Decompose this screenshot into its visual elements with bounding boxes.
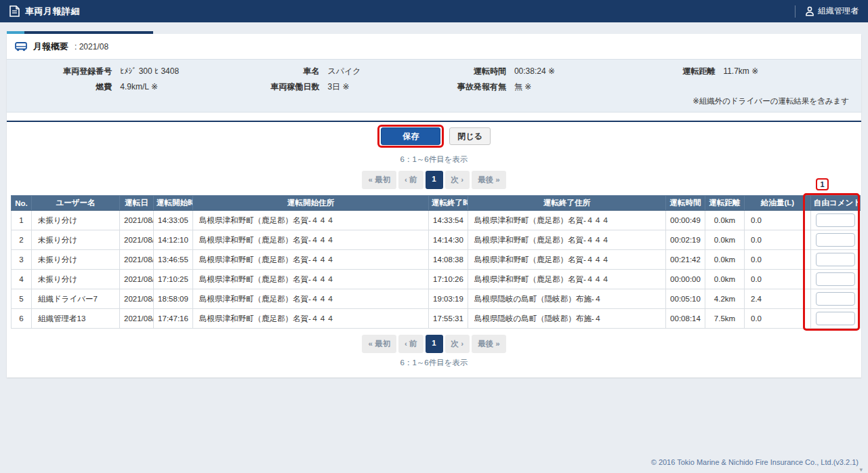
cell-start-address: 島根県津和野町（鹿足郡）名賀-４４４ (193, 250, 429, 270)
pagination-button[interactable]: ‹ 前 (398, 335, 423, 353)
pagination-button[interactable]: 次 › (445, 171, 470, 189)
summary-field: 車両稼働日数 3日 ※ (243, 81, 426, 93)
cell-start-address: 島根県津和野町（鹿足郡）名賀-４４４ (193, 230, 429, 250)
table-row: 3 未振り分け 2021/08/31 13:46:55 島根県津和野町（鹿足郡）… (12, 250, 861, 270)
summary-field-label: 運転時間 (426, 66, 506, 77)
pagination-button[interactable]: « 最初 (362, 335, 396, 353)
cell-start-time: 13:46:55 (154, 250, 193, 270)
table-head: No. ユーザー名 運転日 運転開始時刻 運転開始住所 運転終了時刻 運転終了住… (12, 196, 861, 211)
comment-input[interactable] (816, 253, 855, 266)
cell-comment (811, 270, 861, 289)
summary-field-label: 燃費 (18, 81, 112, 93)
cell-no: 5 (12, 289, 32, 309)
cell-distance: 0.0km (705, 270, 745, 289)
cell-user: 未振り分け (32, 270, 120, 289)
summary-grid: 車両登録番号 ﾋﾒｼﾞ 300 ﾋ 3408 車名 スパイク 運転時間 00:3… (18, 66, 850, 93)
card-accent-strip (7, 31, 153, 34)
table-row: 5 組織ドライバー7 2021/08/23 18:58:09 島根県津和野町（鹿… (12, 289, 861, 309)
column-header: 運転時間 (666, 196, 705, 211)
summary-field (617, 81, 850, 93)
summary-field-value: 無 ※ (506, 81, 531, 93)
cell-end-address: 島根県津和野町（鹿足郡）名賀-４４４ (468, 270, 666, 289)
cell-comment (811, 250, 861, 270)
pagination-button[interactable]: 次 › (445, 335, 470, 353)
table-row: 4 未振り分け 2021/08/24 17:10:25 島根県津和野町（鹿足郡）… (12, 270, 861, 289)
strip-navy-segment (24, 31, 153, 34)
pagination-top: « 最初 ‹ 前 1 次 › 最後 » (7, 171, 861, 189)
cell-start-time: 17:47:16 (154, 309, 193, 329)
cell-duration: 00:00:49 (666, 211, 705, 230)
comment-input[interactable] (816, 233, 855, 247)
action-button-row: 保存 閉じる (7, 125, 861, 148)
summary-field-value: スパイク (319, 66, 360, 77)
column-header: 運転開始住所 (193, 196, 429, 211)
section-divider (7, 121, 861, 122)
pagination-button[interactable]: ‹ 前 (398, 171, 423, 189)
corner-scroll-mark: ▾ (859, 466, 863, 473)
pagination-button[interactable]: 1 (426, 171, 443, 189)
cell-end-time: 14:14:30 (429, 230, 468, 250)
document-icon (9, 5, 20, 17)
cell-comment (811, 309, 861, 329)
summary-field: 車両登録番号 ﾋﾒｼﾞ 300 ﾋ 3408 (18, 66, 243, 77)
comment-input[interactable] (816, 312, 855, 325)
comment-input[interactable] (816, 272, 855, 286)
section-header: 月報概要 : 2021/08 (7, 34, 861, 59)
cell-end-address: 島根県津和野町（鹿足郡）名賀-４４４ (468, 211, 666, 230)
cell-distance: 0.0km (705, 230, 745, 250)
cell-end-time: 19:03:19 (429, 289, 468, 309)
trip-table: No. ユーザー名 運転日 運転開始時刻 運転開始住所 運転終了時刻 運転終了住… (11, 195, 861, 329)
column-header: 運転終了時刻 (429, 196, 468, 211)
column-header: 運転距離 (705, 196, 745, 211)
pagination-button[interactable]: « 最初 (362, 171, 396, 189)
cell-no: 2 (12, 230, 32, 250)
cell-end-time: 17:55:31 (429, 309, 468, 329)
cell-comment (811, 289, 861, 309)
cell-fuel: 0.0 (745, 270, 811, 289)
cell-duration: 00:21:42 (666, 250, 705, 270)
comment-input[interactable] (816, 292, 855, 306)
period-value: 2021/08 (79, 42, 108, 52)
summary-note: ※組織外のドライバーの運転結果を含みます (18, 93, 850, 109)
cell-fuel: 0.0 (745, 309, 811, 329)
pagination-button[interactable]: 最後 » (472, 335, 506, 353)
section-title: 月報概要 (33, 41, 68, 53)
cell-user: 組織ドライバー7 (32, 289, 120, 309)
column-header: ユーザー名 (32, 196, 120, 211)
cell-start-time: 17:10:25 (154, 270, 193, 289)
user-menu[interactable]: 組織管理者 (805, 5, 859, 17)
cell-start-time: 14:33:05 (154, 211, 193, 230)
table-row: 2 未振り分け 2021/08/31 14:12:10 島根県津和野町（鹿足郡）… (12, 230, 861, 250)
pagination-button[interactable]: 1 (426, 335, 443, 353)
cell-date: 2021/08/31 (120, 230, 154, 250)
person-icon (805, 6, 814, 16)
column-header: 運転開始時刻 (154, 196, 193, 211)
summary-field-value: 00:38:24 ※ (506, 66, 555, 76)
app-header: 車両月報詳細 組織管理者 (0, 0, 868, 22)
column-header: 給油量(L) (745, 196, 811, 211)
summary-field: 車名 スパイク (243, 66, 426, 77)
annotation-highlight-save: 保存 (377, 125, 444, 148)
cell-end-address: 島根県隠岐の島町（隠岐郡）布施-４ (468, 289, 666, 309)
cell-distance: 0.0km (705, 250, 745, 270)
pagination-button[interactable]: 最後 » (472, 171, 506, 189)
result-count-bottom: 6：1～6件目を表示 (7, 358, 861, 368)
cell-start-address: 島根県津和野町（鹿足郡）名賀-４４４ (193, 289, 429, 309)
cell-distance: 0.0km (705, 211, 745, 230)
cell-duration: 00:02:19 (666, 230, 705, 250)
cell-distance: 4.2km (705, 289, 745, 309)
cell-date: 2021/08/23 (120, 289, 154, 309)
table-header-row: No. ユーザー名 運転日 運転開始時刻 運転開始住所 運転終了時刻 運転終了住… (12, 196, 861, 211)
summary-field-label: 事故発報有無 (426, 81, 506, 93)
page: { "colors": { "brand_navy": "#1a3a67", "… (0, 0, 868, 473)
summary-field-label: 車名 (243, 66, 320, 77)
cell-date: 2021/08/31 (120, 211, 154, 230)
save-button[interactable]: 保存 (381, 127, 440, 145)
close-button[interactable]: 閉じる (449, 127, 491, 145)
comment-input[interactable] (816, 213, 855, 227)
cell-user: 未振り分け (32, 211, 120, 230)
car-icon (15, 42, 27, 52)
cell-user: 組織管理者13 (32, 309, 120, 329)
user-name: 組織管理者 (818, 5, 859, 17)
cell-fuel: 0.0 (745, 230, 811, 250)
